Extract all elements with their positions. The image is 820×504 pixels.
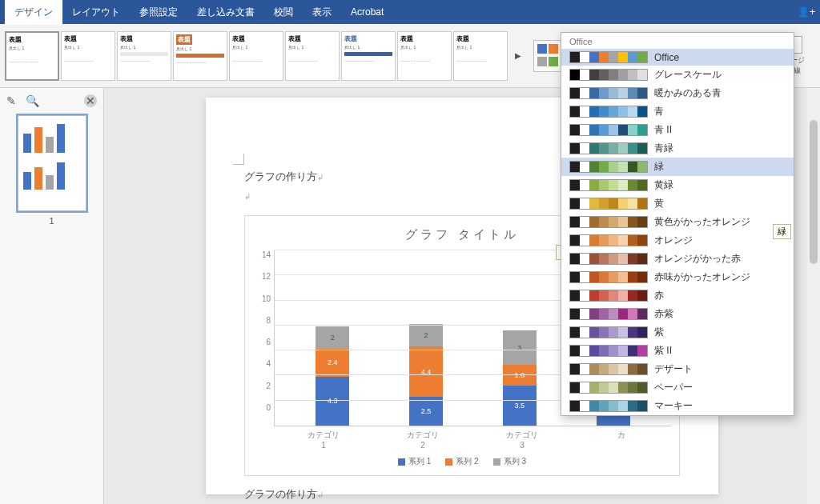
color-scheme-row[interactable]: オレンジがかった赤 xyxy=(561,250,794,268)
nav-outline-icon[interactable]: ✎ xyxy=(6,94,16,107)
color-scheme-row[interactable]: 赤紫 xyxy=(561,305,794,323)
chart-y-axis: 14121086420 xyxy=(253,250,274,426)
body-heading-repeat: グラフの作り方↲ xyxy=(244,487,680,502)
color-scheme-row[interactable]: 青 II xyxy=(561,121,794,139)
mini-chart-icon xyxy=(23,121,81,153)
ribbon-tabs: デザイン レイアウト 参照設定 差し込み文書 校閲 表示 Acrobat 👤+ xyxy=(0,0,820,24)
color-scheme-row[interactable]: 青 xyxy=(561,102,794,121)
chart-bar: 3.51.83 xyxy=(503,330,537,426)
color-scheme-row[interactable]: Office xyxy=(561,49,794,66)
ribbon-share[interactable]: 👤+ xyxy=(798,6,815,18)
theme-thumbnail[interactable]: 表題見出し 1........................... xyxy=(5,31,59,81)
color-scheme-row[interactable]: オレンジ xyxy=(561,231,794,250)
color-popup-header: Office xyxy=(561,33,794,49)
color-scheme-row[interactable]: グレースケール xyxy=(561,66,794,84)
color-scheme-row[interactable]: デザート xyxy=(561,360,794,378)
mini-chart-icon xyxy=(23,158,81,190)
theme-thumbnail[interactable]: 表題見出し 1........................... xyxy=(453,31,508,81)
page-number-label: 1 xyxy=(6,216,97,226)
color-scheme-row[interactable]: 暖かみのある青 xyxy=(561,84,794,102)
tab-view[interactable]: 表示 xyxy=(303,0,341,25)
chart-bar: 4.32.42 xyxy=(316,326,349,426)
theme-thumbnail[interactable]: 表題見出し 1........................... xyxy=(61,31,115,81)
tab-acrobat[interactable]: Acrobat xyxy=(341,1,393,23)
tab-references[interactable]: 参照設定 xyxy=(130,0,187,25)
color-scheme-row[interactable]: 黄緑 xyxy=(561,176,794,194)
color-scheme-row[interactable]: 黄 xyxy=(561,194,794,213)
tab-review[interactable]: 校閲 xyxy=(264,0,303,25)
color-scheme-row[interactable]: 緑 xyxy=(561,158,794,176)
page-corner-mark xyxy=(233,154,244,165)
page-thumbnail-1[interactable] xyxy=(18,115,86,211)
tab-layout[interactable]: レイアウト xyxy=(62,0,130,25)
chart-x-axis: カテゴリ 1カテゴリ 2カテゴリ 3カ xyxy=(274,426,671,450)
nav-close-icon[interactable]: ✕ xyxy=(84,94,97,107)
theme-thumbnail[interactable]: 表題見出し 1........................... xyxy=(285,31,340,81)
color-scheme-row[interactable]: ペーパー xyxy=(561,378,794,397)
theme-thumbnail[interactable]: 表題見出し 1........................... xyxy=(341,31,396,81)
theme-gallery-more[interactable]: ▶ xyxy=(512,32,524,80)
color-scheme-popup: Office Officeグレースケール暖かみのある青青青 II青緑緑黄緑黄黄色… xyxy=(561,32,794,416)
color-scheme-row[interactable]: 黄色がかったオレンジ xyxy=(561,213,794,231)
color-scheme-row[interactable]: 紫 xyxy=(561,323,794,342)
navigation-pane: ✎ 🔍 ✕ 1 xyxy=(0,88,104,504)
nav-search-icon[interactable]: 🔍 xyxy=(26,94,39,107)
vertical-scrollbar[interactable] xyxy=(807,88,820,504)
theme-thumbnail[interactable]: 表題見出し 1........................... xyxy=(229,31,283,81)
color-scheme-row[interactable]: 赤 xyxy=(561,286,794,305)
color-scheme-row[interactable]: マーキー xyxy=(561,397,794,415)
color-scheme-row[interactable]: 青緑 xyxy=(561,139,794,158)
theme-thumbnail[interactable]: 表題見出し 1........................... xyxy=(117,31,171,81)
tab-design[interactable]: デザイン xyxy=(5,0,62,25)
color-scheme-tooltip: 緑 xyxy=(773,224,791,239)
color-scheme-row[interactable]: 赤味がかったオレンジ xyxy=(561,268,794,286)
theme-thumbnail[interactable]: 表題見出し 1........................... xyxy=(173,31,227,81)
theme-thumbnail[interactable]: 表題見出し 1........................... xyxy=(397,31,452,81)
chart-legend: 系列 1系列 2系列 3 xyxy=(253,456,671,467)
color-scheme-row[interactable]: 紫 II xyxy=(561,342,794,360)
tab-mailings[interactable]: 差し込み文書 xyxy=(187,0,264,25)
